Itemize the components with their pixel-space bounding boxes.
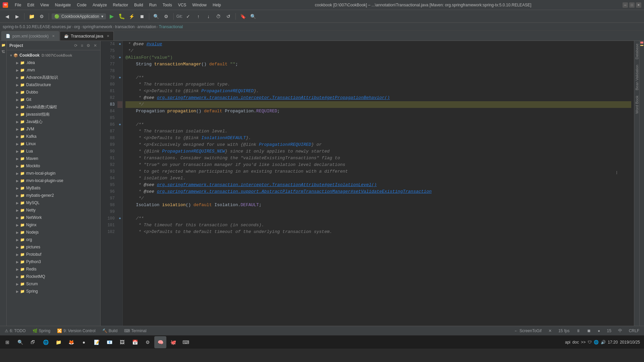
menu-file[interactable]: File <box>12 2 24 8</box>
task-view-button[interactable]: 🗗 <box>27 336 39 348</box>
word-book-tab[interactable]: Word Book <box>634 93 640 116</box>
bc-annotation[interactable]: annotation <box>138 24 156 29</box>
notes-button[interactable]: 📝 <box>91 336 103 348</box>
project-tool-btn[interactable]: 📁 <box>1 42 6 48</box>
settings-gear[interactable]: ⚙ <box>162 12 171 21</box>
bc-transactional[interactable]: Transactional <box>159 24 183 29</box>
tree-redis[interactable]: ▶📁Redis <box>7 265 100 273</box>
tree-javacore[interactable]: ▶📁Java核心 <box>7 118 100 125</box>
menu-code[interactable]: Code <box>74 2 89 8</box>
stop-button[interactable]: ⏹ <box>138 12 146 21</box>
tree-maven[interactable]: ▶📁Maven <box>7 155 100 162</box>
stop-status[interactable]: ⏹ <box>585 328 593 334</box>
collapse-all-button[interactable]: ≡ <box>80 43 84 49</box>
tree-mybatis[interactable]: ▶📁MyBatis <box>7 184 100 192</box>
menu-vcs[interactable]: VCS <box>175 2 189 8</box>
structure-tool-btn[interactable]: 🏗 <box>1 49 6 54</box>
tree-nodejs[interactable]: ▶📁Nodejs <box>7 229 100 236</box>
photos-button[interactable]: 🖼 <box>116 336 128 348</box>
todo-status[interactable]: ⚠ 6: TODO <box>3 328 28 334</box>
menu-edit[interactable]: Edit <box>24 2 37 8</box>
gear-button[interactable]: ⚙ <box>86 43 91 49</box>
sync-button[interactable]: ⟳ <box>73 43 78 49</box>
menu-view[interactable]: View <box>38 2 52 8</box>
crlf-status[interactable]: CRLF <box>627 328 641 334</box>
file-explorer-button[interactable]: 📁 <box>52 336 64 348</box>
settings-button[interactable]: ⚙ <box>37 12 46 21</box>
tree-dubbo[interactable]: ▶📁Dubbo <box>7 88 100 96</box>
menu-run[interactable]: Run <box>147 2 159 8</box>
search-button[interactable]: 🔍 <box>152 12 161 21</box>
api-label[interactable]: api <box>565 340 571 345</box>
forward-button[interactable]: ▶ <box>13 12 21 21</box>
fps-status[interactable]: 15 fps <box>556 328 572 334</box>
terminal-taskbar-button[interactable]: ⌨ <box>180 336 192 348</box>
version-control-status[interactable]: 🔀 9: Version Control <box>55 328 97 334</box>
menu-tools[interactable]: Tools <box>160 2 175 8</box>
tree-network[interactable]: ▶📁NetWork <box>7 214 100 221</box>
tree-jvm[interactable]: ▶📁JVM <box>7 125 100 133</box>
pom-close-button[interactable]: ✕ <box>52 34 55 38</box>
code-editor[interactable]: 74 75 76 77 78 79 80 81 82 83 84 85 86 8… <box>101 41 634 335</box>
git-push[interactable]: ↑ <box>194 12 203 21</box>
search-everywhere[interactable]: 🔍 <box>249 12 257 21</box>
spring-status[interactable]: 🌿 Spring <box>31 328 53 334</box>
bc-springframework[interactable]: springframework <box>83 24 112 29</box>
tree-javassist[interactable]: ▶📁javassist指南 <box>7 111 100 118</box>
edge-button[interactable]: 🌐 <box>40 336 52 348</box>
bc-jar[interactable]: spring-tx-5.0.10.RELEASE-sources.jar <box>3 24 71 29</box>
tree-git[interactable]: ▶📁Git <box>7 96 100 103</box>
doc-label[interactable]: doc <box>573 340 579 345</box>
git-revert[interactable]: ↺ <box>224 12 233 21</box>
menu-window[interactable]: Window <box>190 2 209 8</box>
tree-datastructure[interactable]: ▶📁DataStructure <box>7 81 100 88</box>
git-history[interactable]: ⏱ <box>214 12 223 21</box>
minimize-button[interactable]: ─ <box>623 2 628 8</box>
tree-mockito[interactable]: ▶📁Mockito <box>7 162 100 170</box>
back-button[interactable]: ◀ <box>3 12 11 21</box>
tree-mybatis-gen[interactable]: ▶📁mybatis-gener2 <box>7 192 100 199</box>
record-status[interactable]: ● <box>596 328 602 334</box>
tree-mvn-plugin-use[interactable]: ▶📁mvn-local-plugin-use <box>7 177 100 184</box>
transactional-close-button[interactable]: ✕ <box>107 34 109 38</box>
screentogif-status[interactable]: ← ScreenToGif <box>512 328 544 334</box>
run-coverage-button[interactable]: ⚡ <box>127 12 136 21</box>
tree-mvn-plugin[interactable]: ▶📁mvn-local-plugin <box>7 170 100 177</box>
build-status[interactable]: 🔨 Build <box>100 328 120 334</box>
bc-transaction[interactable]: transaction <box>115 24 135 29</box>
menu-analyze[interactable]: Analyze <box>90 2 110 8</box>
line-col-status[interactable]: 15 <box>605 328 613 334</box>
menu-build[interactable]: Build <box>131 2 146 8</box>
tree-netty[interactable]: ▶📁Netty <box>7 206 100 214</box>
settings-taskbar-button[interactable]: ⚙ <box>142 336 154 348</box>
git-commit[interactable]: ✓ <box>184 12 193 21</box>
tree-mvn[interactable]: ▶📁.mvn <box>7 66 100 74</box>
tree-spring[interactable]: ▶📁Spring <box>7 288 100 295</box>
tree-protobuf[interactable]: ▶📁Protobuf <box>7 251 100 258</box>
tree-linux[interactable]: ▶📁Linux <box>7 140 100 147</box>
tab-transactional[interactable]: ☕ Transactional.java ✕ <box>60 31 114 41</box>
calendar-button[interactable]: 📅 <box>129 336 141 348</box>
start-button[interactable]: ⊞ <box>1 336 13 348</box>
tree-org[interactable]: ▶📁org <box>7 236 100 243</box>
tree-nginx[interactable]: ▶📁Nginx <box>7 221 100 229</box>
run-config-selector[interactable]: 🟢 CookbookApplication ▾ <box>52 13 106 19</box>
tree-mysql[interactable]: ▶📁MySQL <box>7 199 100 206</box>
mail-button[interactable]: 📧 <box>103 336 115 348</box>
firefox-button[interactable]: 🦊 <box>65 336 77 348</box>
bean-validation-tab[interactable]: Bean Validation <box>634 62 640 93</box>
tree-rocketmq[interactable]: ▶📁RocketMQ <box>7 273 100 280</box>
menu-navigate[interactable]: Navigate <box>52 2 73 8</box>
debug-button[interactable]: 🐛 <box>117 12 126 21</box>
project-view-button[interactable]: 📁 <box>27 12 36 21</box>
tree-lua[interactable]: ▶📁Lua <box>7 147 100 155</box>
menu-refactor[interactable]: Refactor <box>110 2 131 8</box>
search-taskbar-button[interactable]: 🔍 <box>14 336 26 348</box>
git-taskbar-button[interactable]: 🐙 <box>167 336 179 348</box>
tree-root[interactable]: ▼ 📦 CookBook D:\007\CookBook <box>7 52 100 59</box>
git-pull[interactable]: ↓ <box>204 12 213 21</box>
chrome-button[interactable]: ● <box>78 336 90 348</box>
intellij-taskbar-button[interactable]: 🧠 <box>154 336 166 348</box>
menu-help[interactable]: Help <box>210 2 224 8</box>
tree-advance[interactable]: ▶📁Advance高级知识 <box>7 74 100 81</box>
